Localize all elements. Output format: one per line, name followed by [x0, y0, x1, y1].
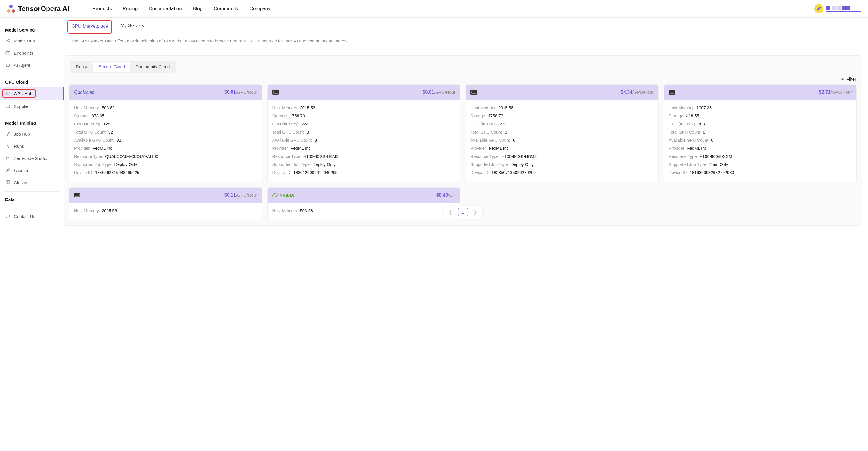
tab-gpu-marketplace[interactable]: GPU Marketplace — [67, 20, 112, 34]
page-prev[interactable]: ❮ — [447, 209, 453, 216]
nav-products[interactable]: Products — [92, 6, 112, 11]
svg-rect-9 — [6, 105, 9, 107]
spec-value: 2015.56 — [300, 105, 315, 110]
card-header: Qualcomm $0.01/GPU/Hour — [69, 85, 262, 100]
sidebar-item-contact-us[interactable]: Contact Us — [0, 210, 64, 222]
spec-label: Resource Type — [272, 154, 301, 159]
spec-value: 1007.35 — [696, 105, 712, 110]
sidebar: Model Serving Model Hub Endpoints AI Age… — [0, 18, 64, 237]
gpu-card[interactable]: $2.71/GPU/Hour Host Memory1007.35Storage… — [664, 85, 857, 182]
spec-label: Host Memory — [272, 105, 297, 110]
spec-value: 32 — [108, 130, 113, 134]
gpu-card[interactable]: $0.01/GPU/Hour Host Memory2015.56Storage… — [268, 85, 461, 182]
spec-value: 1758.73 — [290, 114, 305, 118]
sidebar-item-supplier[interactable]: Supplier — [0, 100, 64, 112]
spec-value: Deploy Only — [511, 162, 534, 167]
nav-links: Products Pricing Documentation Blog Comm… — [92, 6, 270, 11]
svg-rect-3 — [6, 52, 10, 54]
spec-label: Available GPU Count — [470, 138, 510, 142]
avatar[interactable] — [814, 4, 824, 13]
spec-row: Device ID1828507135026270209 — [470, 168, 654, 176]
cluster-icon — [5, 180, 10, 185]
spec-label: CPU (#Cores) — [470, 122, 497, 126]
sidebar-item-model-hub[interactable]: Model Hub — [0, 35, 64, 47]
cloud-type-tabs: Rental Secure Cloud Community Cloud — [70, 61, 176, 72]
sidebar-item-ai-agent[interactable]: AI Agent — [0, 59, 64, 71]
supplier-icon — [5, 103, 10, 109]
spec-label: Host Memory — [74, 208, 99, 213]
nav-community[interactable]: Community — [214, 6, 239, 11]
spec-label: Resource Type — [470, 154, 498, 159]
gpu-card[interactable]: $4.34/GPU/Hour Host Memory2015.56Storage… — [466, 85, 659, 182]
sidebar-item-runs[interactable]: Runs — [0, 140, 64, 152]
spec-value: 503.62 — [102, 105, 115, 110]
spec-row: ProviderFedML Inc — [272, 144, 456, 152]
card-header: NVIDIA $0.43/GP — [268, 188, 460, 203]
sidebar-item-gpu-hub[interactable]: GPU Hub — [0, 87, 64, 100]
spec-value: 8 — [703, 130, 705, 134]
spec-label: Available GPU Count — [74, 138, 114, 142]
spec-label: Supported Job Type — [669, 162, 706, 167]
spec-value: QUALCOMM-CLOUD-AI100 — [105, 154, 158, 159]
filter-button[interactable]: Filter — [840, 76, 856, 82]
sidebar-item-launch[interactable]: Launch — [0, 164, 64, 176]
chat-icon — [5, 214, 10, 219]
spec-row: Total GPU Count8 — [669, 128, 852, 136]
sidebar-item-label: Model Hub — [14, 38, 35, 43]
card-header: $0.11/GPU/Hour — [69, 188, 262, 203]
top-right — [814, 4, 861, 13]
page-next[interactable]: ❯ — [472, 209, 478, 216]
subtab-rental[interactable]: Rental — [70, 62, 93, 72]
spec-label: Resource Type — [669, 154, 697, 159]
spec-label: Resource Type — [74, 154, 102, 159]
page-number[interactable]: 1 — [458, 208, 468, 216]
spec-row: CPU (#Cores)208 — [669, 120, 852, 128]
svg-point-11 — [9, 132, 9, 133]
sidebar-item-job-hub[interactable]: Job Hub — [0, 128, 64, 140]
spec-row: Total GPU Count32 — [74, 128, 257, 136]
card-header: $2.71/GPU/Hour — [664, 85, 857, 100]
sidebar-item-endpoints[interactable]: Endpoints — [0, 47, 64, 59]
main-content: GPU Marketplace My Servers The GPU Marke… — [64, 18, 868, 237]
nav-company[interactable]: Company — [250, 6, 271, 11]
main-tabs: GPU Marketplace My Servers — [64, 18, 862, 33]
card-price: $0.11/GPU/Hour — [224, 193, 257, 198]
spec-row: Resource TypeQUALCOMM-CLOUD-AI100 — [74, 152, 257, 160]
subtab-community-cloud[interactable]: Community Cloud — [130, 62, 175, 72]
spec-label: Provider — [669, 146, 684, 151]
pagination: ❮ 1 ❯ — [443, 206, 482, 219]
progress-indicator — [826, 6, 861, 11]
brand[interactable]: TensorOpera AI — [7, 5, 69, 13]
spec-row: ProviderFedML Inc — [74, 144, 257, 152]
sidebar-item-cluster[interactable]: Cluster — [0, 176, 64, 189]
spec-value: H100-80GB-HBM3 — [501, 154, 537, 159]
spec-row: Host Memory2015.56 — [74, 207, 257, 215]
sidebar-item-label: Endpoints — [14, 51, 33, 56]
svg-rect-17 — [6, 183, 7, 185]
sidebar-item-zero-code-studio[interactable]: Zero-code Studio — [0, 152, 64, 164]
brand-logo-icon — [7, 5, 15, 13]
card-price: $0.43/GP — [436, 193, 455, 198]
nav-documentation[interactable]: Documentation — [149, 6, 182, 11]
gpu-card[interactable]: $0.11/GPU/Hour Host Memory2015.56 — [69, 187, 262, 220]
header-panel: GPU Marketplace My Servers The GPU Marke… — [64, 18, 862, 50]
spec-label: Provider — [272, 146, 288, 151]
spec-label: CPU (#Cores) — [272, 122, 299, 126]
nav-blog[interactable]: Blog — [193, 6, 203, 11]
spec-row: Host Memory503.62 — [74, 104, 257, 112]
nav-pricing[interactable]: Pricing — [123, 6, 137, 11]
spec-label: Host Memory — [74, 105, 99, 110]
subtab-secure-cloud[interactable]: Secure Cloud — [93, 62, 130, 72]
spec-row: Supported Job TypeTrain Only — [669, 160, 852, 168]
spec-value: Deploy Only — [115, 162, 137, 167]
card-body: Host Memory1007.35Storage418.55CPU (#Cor… — [664, 100, 857, 182]
spec-value: A100-80GB-SXM — [700, 154, 732, 159]
spec-row: Supported Job TypeDeploy Only — [74, 160, 257, 168]
filter-label: Filter — [847, 76, 856, 82]
spec-row: Supported Job TypeDeploy Only — [470, 160, 654, 168]
gpu-card[interactable]: NVIDIA $0.43/GP Host Memory503.58 — [268, 187, 461, 220]
spec-value: 1816369932682792980 — [690, 170, 734, 175]
gpu-card[interactable]: Qualcomm $0.01/GPU/Hour Host Memory503.6… — [69, 85, 262, 182]
spec-label: Device ID — [272, 170, 290, 175]
tab-my-servers[interactable]: My Servers — [121, 23, 144, 33]
